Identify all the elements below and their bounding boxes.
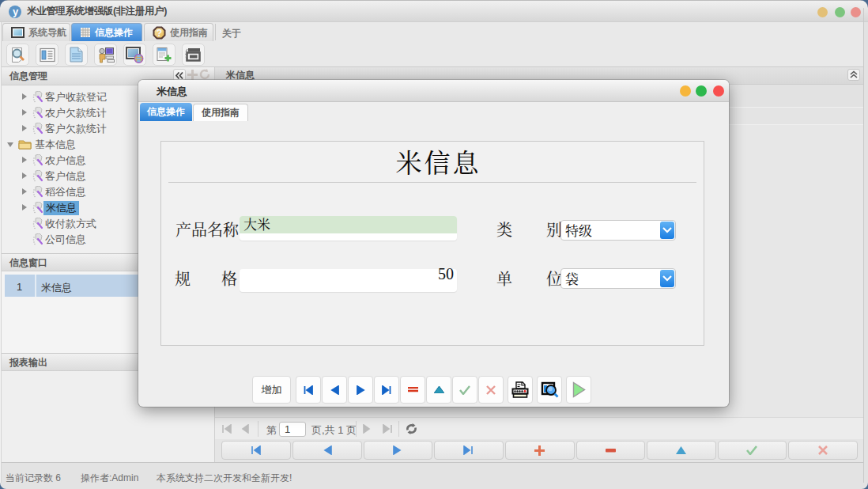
svg-text:?: ? bbox=[157, 28, 162, 39]
